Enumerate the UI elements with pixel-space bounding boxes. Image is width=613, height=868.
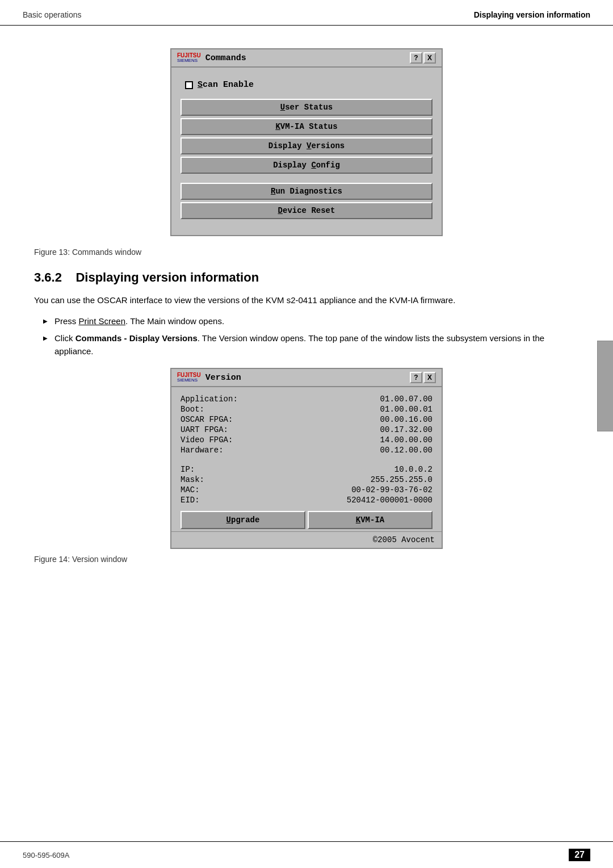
header-right: Displaying version information [474,10,590,19]
print-screen-ref: Print Screen [79,316,126,326]
ip-value: 10.0.0.2 [394,465,433,474]
ip-label: IP: [180,465,195,474]
scan-enable-checkbox[interactable] [185,81,193,89]
mac-value: 00-02-99-03-76-02 [351,485,433,494]
version-title-logo-area: FUJITSU SIEMENS Version [177,372,241,383]
btn-spacer [180,178,433,183]
version-window-title: Version [205,373,241,383]
video-fpga-row: Video FPGA: 14.00.00.00 [180,435,433,445]
eid-label: EID: [180,496,200,505]
display-versions-button[interactable]: Display Versions [180,137,433,154]
mask-row: Mask: 255.255.255.0 [180,475,433,485]
figure13-caption: Figure 13: Commands window [34,248,579,257]
boot-value: 01.00.00.01 [380,405,433,414]
boot-label: Boot: [180,405,204,414]
commands-window: FUJITSU SIEMENS Commands ? X Scan Enable [170,48,443,236]
commands-window-title: Commands [205,53,246,63]
hardware-value: 00.12.00.00 [380,446,433,455]
window-controls: ? X [410,52,436,64]
commands-button-group-1: User Status KVM-IA Status Display Versio… [180,99,433,174]
version-close-button[interactable]: X [423,372,436,383]
version-button-row: Upgrade KVM-IA [180,511,433,529]
bottom-spacer [180,224,433,228]
page-header: Basic operations Displaying version info… [0,0,613,26]
footer-page-number: 27 [569,849,590,861]
fujitsu-logo: FUJITSU SIEMENS [177,53,201,63]
section-heading: 3.6.2 Displaying version information [34,270,579,285]
commands-window-body: Scan Enable User Status KVM-IA Status Di… [171,68,442,235]
main-content: FUJITSU SIEMENS Commands ? X Scan Enable [0,26,613,600]
body-paragraph: You can use the OSCAR interface to view … [34,294,579,307]
eid-value: 520412-000001-0000 [347,496,433,505]
title-logo-area: FUJITSU SIEMENS Commands [177,53,246,63]
mask-label: Mask: [180,475,204,484]
version-window-figure: FUJITSU SIEMENS Version ? X Application:… [170,368,443,549]
uart-fpga-row: UART FPGA: 00.17.32.00 [180,425,433,435]
user-status-button[interactable]: User Status [180,99,433,116]
instruction-list: Press Print Screen. The Main window open… [34,315,579,358]
header-left: Basic operations [23,10,82,19]
oscar-fpga-value: 00.00.16.00 [380,415,433,424]
section-title: Displaying version information [75,270,259,284]
hardware-row: Hardware: 00.12.00.00 [180,445,433,455]
mask-value: 255.255.255.0 [371,475,433,484]
hardware-label: Hardware: [180,446,224,455]
scan-enable-label: Scan Enable [198,80,254,90]
instruction-item-1: Press Print Screen. The Main window open… [45,315,579,328]
boot-version-row: Boot: 01.00.00.01 [180,404,433,414]
video-fpga-value: 14.00.00.00 [380,435,433,445]
application-label: Application: [180,395,238,404]
side-tab [597,341,613,431]
version-window-controls: ? X [410,372,436,383]
run-diagnostics-button[interactable]: Run Diagnostics [180,183,433,200]
ip-row: IP: 10.0.0.2 [180,464,433,475]
version-window-body: Application: 01.00.07.00 Boot: 01.00.00.… [171,387,442,529]
close-button[interactable]: X [423,52,436,64]
commands-window-figure: FUJITSU SIEMENS Commands ? X Scan Enable [170,48,443,236]
copyright-row: ©2005 Avocent [171,531,442,548]
footer-doc-number: 590-595-609A [23,851,69,859]
device-reset-button[interactable]: Device Reset [180,202,433,219]
eid-row: EID: 520412-000001-0000 [180,495,433,505]
help-button[interactable]: ? [410,52,422,64]
section-number: 3.6.2 [34,270,62,284]
commands-titlebar: FUJITSU SIEMENS Commands ? X [171,49,442,68]
scan-enable-row[interactable]: Scan Enable [180,74,433,99]
version-titlebar: FUJITSU SIEMENS Version ? X [171,369,442,387]
page-footer: 590-595-609A 27 [0,841,613,868]
upgrade-button[interactable]: Upgrade [180,511,305,529]
application-version-row: Application: 01.00.07.00 [180,394,433,404]
version-fujitsu-logo: FUJITSU SIEMENS [177,372,201,383]
version-help-button[interactable]: ? [410,372,422,383]
oscar-fpga-row: OSCAR FPGA: 00.00.16.00 [180,414,433,425]
display-config-button[interactable]: Display Config [180,157,433,174]
mac-label: MAC: [180,485,200,494]
figure14-caption: Figure 14: Version window [34,555,579,564]
oscar-fpga-label: OSCAR FPGA: [180,415,233,424]
version-window: FUJITSU SIEMENS Version ? X Application:… [170,368,443,549]
mac-row: MAC: 00-02-99-03-76-02 [180,485,433,495]
firmware-versions-section: Application: 01.00.07.00 Boot: 01.00.00.… [180,394,433,455]
uart-fpga-value: 00.17.32.00 [380,425,433,434]
application-value: 01.00.07.00 [380,395,433,404]
kvmia-button[interactable]: KVM-IA [308,511,433,529]
commands-button-group-2: Run Diagnostics Device Reset [180,183,433,219]
uart-fpga-label: UART FPGA: [180,425,228,434]
network-info-section: IP: 10.0.0.2 Mask: 255.255.255.0 MAC: 00… [180,464,433,505]
video-fpga-label: Video FPGA: [180,435,233,445]
kvmia-status-button[interactable]: KVM-IA Status [180,118,433,135]
instruction-item-2: Click Commands - Display Versions. The V… [45,332,579,358]
